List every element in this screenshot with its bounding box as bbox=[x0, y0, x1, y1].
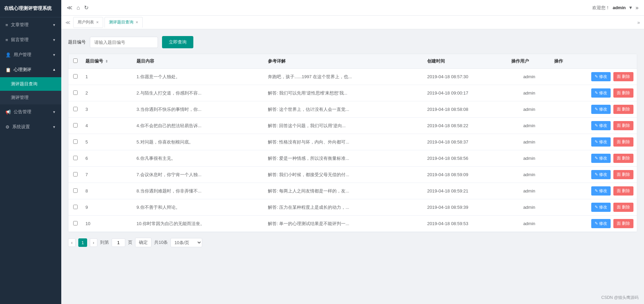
home-icon[interactable]: ⌂ bbox=[77, 5, 80, 11]
delete-btn-8[interactable]: 面 删除 bbox=[613, 203, 633, 212]
delete-btn-7[interactable]: 面 删除 bbox=[613, 186, 633, 196]
sidebar-item-user[interactable]: 👤 用户管理 ▼ bbox=[0, 47, 61, 62]
sidebar-item-question-query[interactable]: 测评题目查询 bbox=[0, 77, 61, 91]
goto-label: 到第 bbox=[100, 239, 109, 246]
delete-btn-9[interactable]: 面 删除 bbox=[613, 219, 633, 228]
delete-btn-4[interactable]: 面 删除 bbox=[613, 137, 633, 147]
edit-btn-0[interactable]: ✎ 修改 bbox=[591, 72, 611, 81]
row-content: 6.你凡事很有主见。 bbox=[133, 150, 264, 167]
app-title: 在线心理测评管理系统 bbox=[0, 0, 61, 17]
delete-btn-5[interactable]: 面 删除 bbox=[613, 154, 633, 163]
row-action: ✎ 修改 面 删除 bbox=[551, 216, 637, 232]
table-row: 1 1.你愿意一个人独处。 奔跑吧，孩子......1997 在这个世界上，也.… bbox=[68, 69, 637, 85]
topbar-right: 欢迎您！ admin ▼ » bbox=[592, 5, 639, 11]
delete-btn-1[interactable]: 面 删除 bbox=[613, 88, 633, 98]
tab-user-list-close[interactable]: ✕ bbox=[96, 20, 99, 24]
col-id: 题目编号 ⇕ bbox=[82, 54, 133, 69]
page-prev-btn[interactable]: ‹ bbox=[68, 238, 76, 247]
page-confirm-btn[interactable]: 确定 bbox=[135, 238, 151, 247]
article-icon: ≡ bbox=[5, 22, 8, 28]
row-checkbox-5[interactable] bbox=[73, 156, 78, 160]
edit-btn-1[interactable]: ✎ 修改 bbox=[591, 88, 611, 98]
sidebar-item-article[interactable]: ≡ 文章管理 ▼ bbox=[0, 17, 61, 32]
edit-btn-9[interactable]: ✎ 修改 bbox=[591, 219, 611, 228]
search-button[interactable]: 立即查询 bbox=[162, 36, 193, 48]
row-content: 5.对问题，你喜欢刨根问底。 bbox=[133, 134, 264, 150]
edit-btn-5[interactable]: ✎ 修改 bbox=[591, 154, 611, 163]
row-checkbox-cell bbox=[68, 101, 82, 118]
delete-btn-3[interactable]: 面 删除 bbox=[613, 121, 633, 130]
row-answer: 解答: 我们可以先用'逆性思维'来想想'我... bbox=[264, 85, 424, 101]
tab-user-list[interactable]: 用户列表 ✕ bbox=[73, 17, 103, 28]
row-checkbox-3[interactable] bbox=[73, 123, 78, 128]
row-created: 2019-04-18 08:58:56 bbox=[424, 150, 508, 167]
row-checkbox-0[interactable] bbox=[73, 74, 78, 79]
sidebar-item-settings[interactable]: ⚙ 系统设置 ▼ bbox=[0, 119, 61, 134]
page-goto-input[interactable] bbox=[112, 238, 125, 247]
edit-btn-7[interactable]: ✎ 修改 bbox=[591, 186, 611, 196]
sidebar-item-psych[interactable]: 📋 心理测评 ▼ bbox=[0, 62, 61, 77]
tab-question-query[interactable]: 测评题目查询 ✕ bbox=[104, 17, 143, 28]
row-checkbox-6[interactable] bbox=[73, 172, 78, 176]
row-id: 3 bbox=[82, 101, 133, 118]
chevron-notice-icon: ▼ bbox=[52, 110, 56, 114]
expand-right-icon[interactable]: » bbox=[635, 5, 639, 11]
sidebar-item-label-notice: 公告管理 bbox=[14, 109, 31, 115]
tab-question-query-close[interactable]: ✕ bbox=[135, 20, 138, 24]
row-checkbox-9[interactable] bbox=[73, 221, 78, 225]
psych-submenu: 测评题目查询 测评管理 bbox=[0, 77, 61, 104]
row-checkbox-4[interactable] bbox=[73, 139, 78, 144]
edit-btn-2[interactable]: ✎ 修改 bbox=[591, 105, 611, 114]
page-size-select[interactable]: 10条/页 20条/页 50条/页 bbox=[171, 238, 202, 247]
tab-nav-left[interactable]: ≪ bbox=[64, 18, 72, 27]
row-created: 2019-04-18 09:00:17 bbox=[424, 85, 508, 101]
refresh-icon[interactable]: ↻ bbox=[84, 4, 88, 11]
row-content: 7.会议休息时，你宁肯一个人独... bbox=[133, 167, 264, 183]
page-1-btn[interactable]: 1 bbox=[78, 238, 87, 247]
row-checkbox-7[interactable] bbox=[73, 188, 78, 193]
chevron-psych-icon: ▼ bbox=[52, 68, 56, 72]
collapse-icon[interactable]: ≪ bbox=[67, 4, 73, 11]
row-checkbox-1[interactable] bbox=[73, 90, 78, 95]
row-created: 2019-04-18 08:58:08 bbox=[424, 101, 508, 118]
row-operator: admin bbox=[508, 101, 551, 118]
row-answer: 解答: 单一的心理测试结果是不能评判一... bbox=[264, 216, 424, 232]
row-answer: 奔跑吧，孩子......1997 在这个世界上，也... bbox=[264, 69, 424, 85]
chevron-user-icon: ▼ bbox=[52, 53, 56, 57]
row-action: ✎ 修改 面 删除 bbox=[551, 199, 637, 216]
sidebar-item-notice[interactable]: 📢 公告管理 ▼ bbox=[0, 104, 61, 119]
row-checkbox-2[interactable] bbox=[73, 107, 78, 111]
row-created: 2019-04-18 08:57:30 bbox=[424, 69, 508, 85]
col-answer: 参考详解 bbox=[264, 54, 424, 69]
edit-btn-6[interactable]: ✎ 修改 bbox=[591, 170, 611, 179]
delete-btn-2[interactable]: 面 删除 bbox=[613, 105, 633, 114]
sidebar-item-label-user: 用户管理 bbox=[14, 52, 31, 58]
page-next-btn[interactable]: › bbox=[90, 238, 97, 247]
sort-id-icon[interactable]: ⇕ bbox=[105, 60, 108, 63]
row-id: 5 bbox=[82, 134, 133, 150]
row-checkbox-8[interactable] bbox=[73, 205, 78, 209]
select-all-checkbox[interactable] bbox=[73, 58, 78, 63]
psych-icon: 📋 bbox=[5, 67, 11, 72]
edit-btn-4[interactable]: ✎ 修改 bbox=[591, 137, 611, 147]
edit-btn-3[interactable]: ✎ 修改 bbox=[591, 121, 611, 130]
row-created: 2019-04-18 08:59:09 bbox=[424, 167, 508, 183]
delete-btn-6[interactable]: 面 删除 bbox=[613, 170, 633, 179]
data-table-container: 题目编号 ⇕ 题目内容 参考详解 创建时间 操作用户 操作 1 1.你愿意一个人 bbox=[68, 54, 637, 232]
tab-nav-right[interactable]: » bbox=[636, 18, 641, 27]
row-answer: 解答: 爱是一种情感，所以没有衡量标准... bbox=[264, 150, 424, 167]
table-body: 1 1.你愿意一个人独处。 奔跑吧，孩子......1997 在这个世界上，也.… bbox=[68, 69, 637, 232]
row-content: 8.当你遇到难题时，你非弄懂不... bbox=[133, 183, 264, 199]
sidebar-item-label-psych: 心理测评 bbox=[14, 67, 31, 73]
row-content: 1.你愿意一个人独处。 bbox=[133, 69, 264, 85]
search-input[interactable] bbox=[90, 37, 158, 48]
edit-btn-8[interactable]: ✎ 修改 bbox=[591, 203, 611, 212]
sidebar-item-question-manage[interactable]: 测评管理 bbox=[0, 91, 61, 104]
sidebar-item-message[interactable]: ≡ 留言管理 ▼ bbox=[0, 32, 61, 47]
delete-btn-0[interactable]: 面 删除 bbox=[613, 72, 633, 81]
row-created: 2019-04-18 08:58:22 bbox=[424, 118, 508, 134]
row-answer: 解答: 每两上人之间友情都是一样的，友... bbox=[264, 183, 424, 199]
table-row: 7 7.会议休息时，你宁肯一个人独... 解答: 我们小时候，都接受父母无偿的付… bbox=[68, 167, 637, 183]
dropdown-icon[interactable]: ▼ bbox=[628, 5, 633, 10]
message-icon: ≡ bbox=[5, 37, 8, 43]
